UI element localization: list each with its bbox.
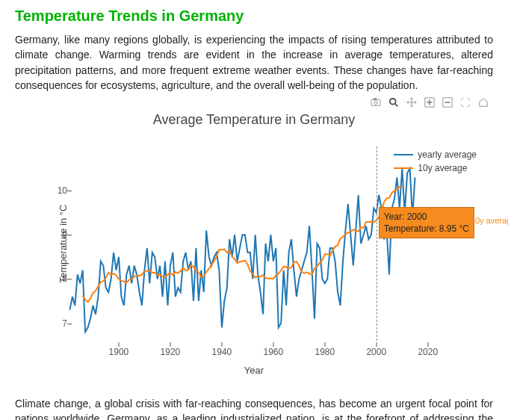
autoscale-icon[interactable] — [460, 97, 471, 108]
pan-icon[interactable] — [406, 97, 417, 108]
legend-item-yearly[interactable]: yearly average — [394, 149, 477, 160]
x-tick-label: 1900 — [109, 347, 129, 357]
outro-paragraph: Climate change, a global crisis with far… — [15, 396, 493, 420]
chart[interactable]: Average Temperature in Germany Temperatu… — [15, 109, 493, 393]
legend-item-10y[interactable]: 10y average — [394, 163, 477, 173]
x-tick-mark — [221, 342, 222, 347]
series-yearly — [69, 169, 415, 333]
intro-paragraph: Germany, like many regions globally, is … — [15, 32, 493, 93]
x-tick-label: 1960 — [264, 347, 284, 357]
x-tick-mark — [118, 342, 119, 347]
tooltip-line2: Temperature: 8.95 °C — [384, 223, 469, 235]
x-tick-label: 2000 — [366, 347, 386, 357]
legend-label-10y: 10y average — [418, 163, 467, 173]
zoom-in-icon[interactable] — [424, 97, 435, 108]
svg-point-1 — [374, 101, 377, 104]
hover-line — [377, 146, 377, 341]
legend-label-yearly: yearly average — [418, 149, 477, 160]
y-tick-label: 9 — [62, 229, 67, 240]
legend[interactable]: yearly average 10y average — [394, 149, 477, 176]
reset-icon[interactable] — [478, 97, 489, 108]
y-axis: 78910 — [51, 146, 67, 341]
tooltip: Year: 2000 Temperature: 8.95 °C — [379, 207, 474, 238]
section-title: Temperature Trends in Germany — [15, 7, 493, 25]
y-tick-label: 8 — [62, 274, 67, 284]
legend-swatch-yearly — [394, 154, 413, 155]
svg-point-3 — [390, 99, 396, 105]
tooltip-line1: Year: 2000 — [384, 211, 469, 223]
plot-area[interactable]: Year: 2000 Temperature: 8.95 °C 10y aver… — [67, 146, 441, 341]
x-tick-label: 1920 — [161, 347, 181, 357]
x-tick-mark — [427, 342, 428, 347]
chart-toolbar — [15, 96, 493, 109]
svg-rect-0 — [371, 100, 380, 106]
camera-icon[interactable] — [371, 97, 381, 108]
x-tick-label: 1940 — [212, 347, 232, 357]
x-axis: 1900192019401960198020002020 — [67, 342, 441, 365]
hover-series-label: 10y average — [471, 216, 508, 225]
x-tick-mark — [376, 342, 377, 347]
svg-line-4 — [395, 104, 398, 107]
chart-title: Average Temperature in Germany — [15, 109, 493, 128]
x-tick-mark — [324, 342, 325, 347]
x-tick-label: 2020 — [418, 347, 438, 357]
legend-swatch-10y — [394, 167, 413, 169]
y-tick-label: 7 — [62, 318, 67, 329]
x-tick-mark — [273, 342, 273, 347]
x-tick-mark — [170, 342, 170, 347]
zoom-icon[interactable] — [388, 97, 399, 108]
zoom-out-icon[interactable] — [442, 97, 453, 108]
x-tick-label: 1980 — [315, 347, 335, 357]
series-svg — [67, 146, 441, 341]
x-axis-label: Year — [67, 365, 441, 376]
svg-rect-2 — [374, 99, 377, 100]
y-tick-label: 10 — [58, 185, 67, 196]
